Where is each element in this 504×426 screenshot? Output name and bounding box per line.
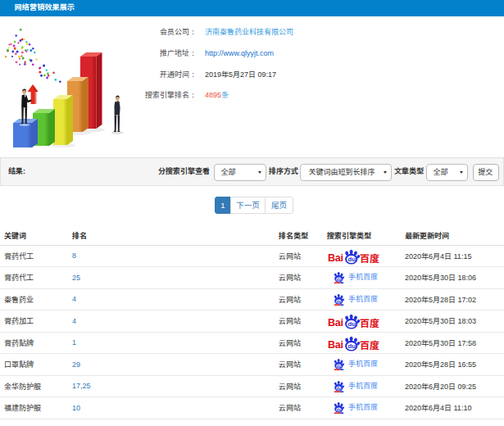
svg-text:du: du [347,256,356,263]
svg-text:Bai: Bai [328,252,343,264]
svg-text:du: du [337,408,342,412]
svg-text:du: du [337,300,342,304]
svg-text:百度: 百度 [360,337,379,351]
svg-text:du: du [347,342,356,350]
svg-text:du: du [337,387,342,391]
svg-text:du: du [337,278,342,282]
svg-text:du: du [337,365,342,369]
svg-text:百度: 百度 [360,315,379,329]
svg-text:du: du [347,320,356,328]
svg-text:Bai: Bai [328,317,343,329]
svg-text:百度: 百度 [360,250,379,264]
svg-text:Bai: Bai [328,339,343,351]
